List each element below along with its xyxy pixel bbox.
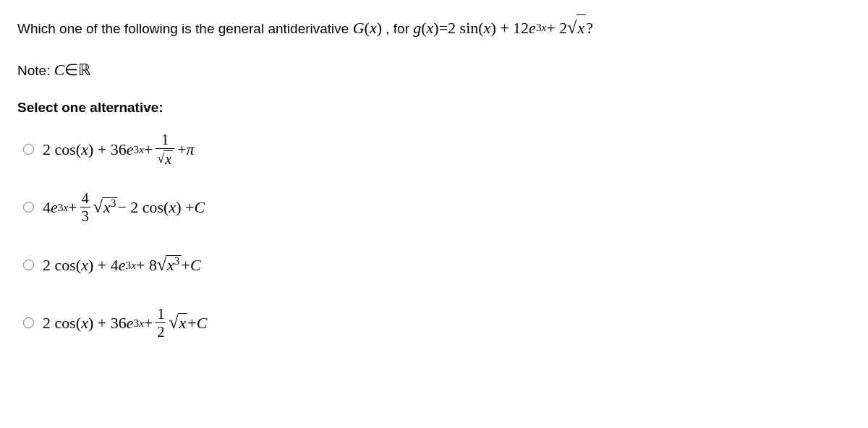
option-b-radio[interactable] xyxy=(23,202,34,213)
question-text: Which one of the following is the genera… xyxy=(17,14,851,40)
question-prefix: Which one of the following is the genera… xyxy=(17,21,353,36)
option-c[interactable]: 2 cos(x) + 4e3x + 8 √ x3 + C xyxy=(17,248,851,283)
note-text: Note: C ∈ ℝ xyxy=(17,61,851,80)
fraction: 1 √ x xyxy=(156,132,174,167)
option-b-math: 4e3x + 4 3 √ x3 − 2 cos(x) + C xyxy=(43,190,205,224)
option-b[interactable]: 4e3x + 4 3 √ x3 − 2 cos(x) + C xyxy=(17,190,851,225)
sqrt-icon: √ x3 xyxy=(93,197,118,217)
option-c-radio[interactable] xyxy=(23,260,34,270)
fraction: 1 2 xyxy=(156,306,166,340)
option-c-math: 2 cos(x) + 4e3x + 8 √ x3 + C xyxy=(43,255,201,275)
option-a-math: 2 cos(x) + 36e3x + 1 √ x + π xyxy=(43,132,195,167)
question-math-g: g(x) = 2 sin(x) + 12e3x + 2 √ x ? xyxy=(413,14,593,40)
fraction: 4 3 xyxy=(80,190,90,224)
sqrt-icon: √ x xyxy=(169,313,187,333)
select-alternative-heading: Select one alternative: xyxy=(17,100,851,116)
option-d[interactable]: 2 cos(x) + 36e3x + 1 2 √ x + C xyxy=(17,306,851,341)
option-d-math: 2 cos(x) + 36e3x + 1 2 √ x + C xyxy=(43,306,207,340)
sqrt-icon: √ x3 xyxy=(157,255,182,275)
option-a[interactable]: 2 cos(x) + 36e3x + 1 √ x + π xyxy=(17,132,851,167)
option-a-radio[interactable] xyxy=(23,144,34,155)
question-math: G(x) xyxy=(353,15,382,40)
sqrt-icon: √ x xyxy=(567,14,586,40)
option-d-radio[interactable] xyxy=(23,317,34,328)
